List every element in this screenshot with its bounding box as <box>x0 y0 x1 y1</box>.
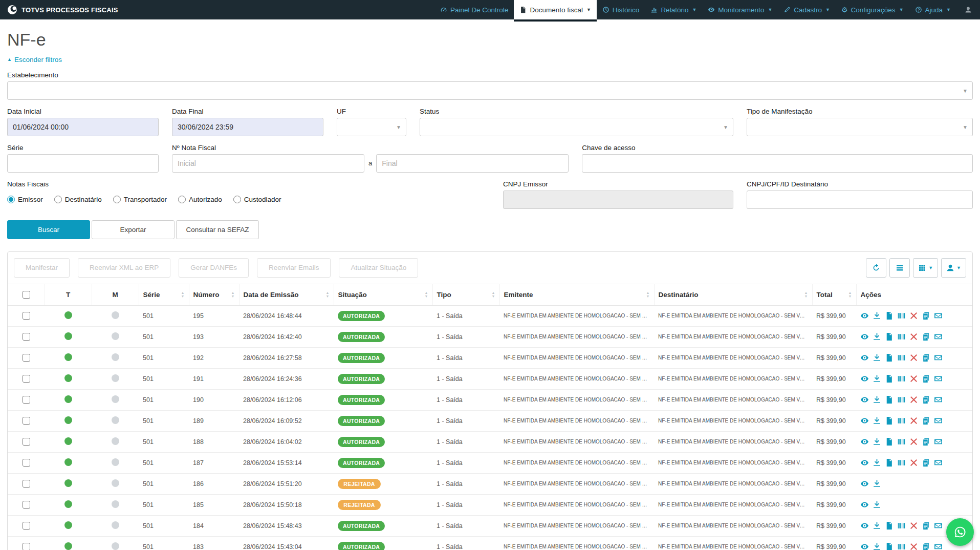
download-action-icon[interactable] <box>873 458 881 467</box>
sort-icon[interactable]: ▲▼ <box>181 291 185 298</box>
nota-inicial-input[interactable] <box>172 154 364 173</box>
grid-view-button[interactable]: ▼ <box>913 258 938 278</box>
cancel-action-icon[interactable] <box>909 311 918 320</box>
barcode-action-icon[interactable] <box>897 311 906 320</box>
cancel-action-icon[interactable] <box>909 332 918 341</box>
sort-icon[interactable]: ▲▼ <box>646 291 650 298</box>
nav-item-historico[interactable]: Histórico <box>597 0 645 19</box>
row-checkbox[interactable] <box>23 480 30 488</box>
bulk-reenviar-emails-button[interactable]: Reenviar Emails <box>257 258 331 278</box>
view-action-icon[interactable] <box>860 374 869 383</box>
copy-action-icon[interactable] <box>922 374 930 383</box>
data-final-input[interactable] <box>172 118 323 136</box>
pdf-action-icon[interactable] <box>885 437 894 446</box>
consultar-sefaz-button[interactable]: Consultar na SEFAZ <box>176 220 259 239</box>
download-action-icon[interactable] <box>873 332 881 341</box>
radio-destinatario[interactable]: Destinatário <box>54 196 102 203</box>
radio-transportador[interactable]: Transportador <box>113 196 167 203</box>
email-action-icon[interactable] <box>934 332 943 341</box>
list-view-button[interactable] <box>889 258 910 278</box>
bulk-atualizar-situacao-button[interactable]: Atualizar Situação <box>339 258 418 278</box>
download-action-icon[interactable] <box>873 437 881 446</box>
sort-icon[interactable]: ▲▼ <box>231 291 235 298</box>
barcode-action-icon[interactable] <box>897 521 906 530</box>
nav-item-cadastro[interactable]: Cadastro▼ <box>778 0 836 19</box>
pdf-action-icon[interactable] <box>885 395 894 404</box>
cancel-action-icon[interactable] <box>909 353 918 362</box>
pdf-action-icon[interactable] <box>885 353 894 362</box>
tipo-manifestacao-select[interactable]: ▼ <box>747 118 973 136</box>
export-menu-button[interactable]: ▼ <box>941 258 966 278</box>
view-action-icon[interactable] <box>860 395 869 404</box>
download-action-icon[interactable] <box>873 395 881 404</box>
row-checkbox[interactable] <box>23 501 30 509</box>
bulk-gerar-danfes-button[interactable]: Gerar DANFEs <box>179 258 249 278</box>
row-checkbox[interactable] <box>23 522 30 530</box>
sort-icon[interactable]: ▲▼ <box>848 291 852 298</box>
select-all-checkbox[interactable] <box>23 291 30 299</box>
email-action-icon[interactable] <box>934 395 943 404</box>
copy-action-icon[interactable] <box>922 332 930 341</box>
radio-emissor[interactable]: Emissor <box>7 196 43 203</box>
view-action-icon[interactable] <box>860 542 869 550</box>
exportar-button[interactable]: Exportar <box>92 220 175 239</box>
download-action-icon[interactable] <box>873 521 881 530</box>
column-header-destinatario[interactable]: ▲▼Destinatário <box>654 284 812 305</box>
row-checkbox[interactable] <box>23 396 30 404</box>
nota-final-input[interactable] <box>376 154 569 173</box>
buscar-button[interactable]: Buscar <box>7 220 90 239</box>
pdf-action-icon[interactable] <box>885 416 894 425</box>
view-action-icon[interactable] <box>860 479 869 488</box>
hide-filters-link[interactable]: ▲ Esconder filtros <box>7 56 62 64</box>
download-action-icon[interactable] <box>873 374 881 383</box>
copy-action-icon[interactable] <box>922 437 930 446</box>
view-action-icon[interactable] <box>860 353 869 362</box>
copy-action-icon[interactable] <box>922 458 930 467</box>
column-header-emitente[interactable]: ▲▼Emitente <box>499 284 654 305</box>
chave-acesso-input[interactable] <box>582 154 973 173</box>
email-action-icon[interactable] <box>934 353 943 362</box>
view-action-icon[interactable] <box>860 437 869 446</box>
column-header-tipo[interactable]: ▲▼Tipo <box>432 284 499 305</box>
download-action-icon[interactable] <box>873 416 881 425</box>
bulk-reenviar-xml-ao-erp-button[interactable]: Reenviar XML ao ERP <box>78 258 170 278</box>
column-header-serie[interactable]: ▲▼Série <box>139 284 189 305</box>
pdf-action-icon[interactable] <box>885 521 894 530</box>
data-inicial-input[interactable] <box>7 118 159 136</box>
barcode-action-icon[interactable] <box>897 353 906 362</box>
download-action-icon[interactable] <box>873 311 881 320</box>
status-select[interactable]: ▼ <box>420 118 733 136</box>
view-action-icon[interactable] <box>860 416 869 425</box>
nav-item-configuracoes[interactable]: ⚙Configurações▼ <box>836 0 909 19</box>
email-action-icon[interactable] <box>934 374 943 383</box>
column-header-data-de-emissao[interactable]: ▲▼Data de Emissão <box>239 284 334 305</box>
email-action-icon[interactable] <box>934 542 943 550</box>
barcode-action-icon[interactable] <box>897 332 906 341</box>
download-action-icon[interactable] <box>873 353 881 362</box>
email-action-icon[interactable] <box>934 521 943 530</box>
view-action-icon[interactable] <box>860 500 869 509</box>
view-action-icon[interactable] <box>860 332 869 341</box>
sort-icon[interactable]: ▲▼ <box>326 291 330 298</box>
column-header-numero[interactable]: ▲▼Número <box>189 284 239 305</box>
copy-action-icon[interactable] <box>922 521 930 530</box>
download-action-icon[interactable] <box>873 479 881 488</box>
copy-action-icon[interactable] <box>922 416 930 425</box>
bulk-manifestar-button[interactable]: Manifestar <box>14 258 70 278</box>
cancel-action-icon[interactable] <box>909 374 918 383</box>
estabelecimento-select[interactable]: ▼ <box>7 81 973 100</box>
row-checkbox[interactable] <box>23 375 30 383</box>
barcode-action-icon[interactable] <box>897 395 906 404</box>
sort-icon[interactable]: ▲▼ <box>492 291 495 298</box>
row-checkbox[interactable] <box>23 333 30 341</box>
pdf-action-icon[interactable] <box>885 458 894 467</box>
cnpj-destinatario-input[interactable] <box>747 191 973 209</box>
barcode-action-icon[interactable] <box>897 458 906 467</box>
cancel-action-icon[interactable] <box>909 542 918 550</box>
download-action-icon[interactable] <box>873 542 881 550</box>
row-checkbox[interactable] <box>23 417 30 425</box>
view-action-icon[interactable] <box>860 458 869 467</box>
nav-item-relatorio[interactable]: Relatório▼ <box>645 0 702 19</box>
email-action-icon[interactable] <box>934 458 943 467</box>
row-checkbox[interactable] <box>23 438 30 446</box>
